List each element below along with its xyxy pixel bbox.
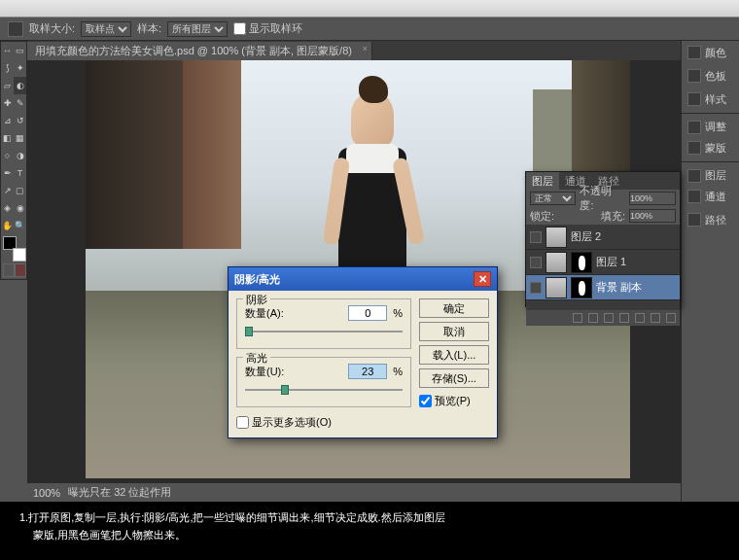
sample-size-label: 取样大小: [29, 21, 75, 36]
menubar[interactable] [0, 0, 739, 18]
lasso-tool[interactable]: ⟆ [1, 59, 14, 77]
tab-layers[interactable]: 图层 [526, 172, 559, 190]
move-tool[interactable]: ↔ [1, 42, 14, 59]
layer-mask-thumb[interactable] [571, 252, 592, 273]
close-tab-icon[interactable]: × [363, 44, 368, 53]
dialog-titlebar[interactable]: 阴影/高光 ✕ [229, 267, 497, 291]
heal-tool[interactable]: ✚ [1, 94, 14, 112]
highlights-amount-input[interactable] [348, 364, 387, 379]
link-icon[interactable] [573, 313, 582, 323]
panel-color[interactable]: 颜色 [682, 41, 739, 64]
eyedropper-tool-icon[interactable] [8, 21, 23, 37]
layer-thumb[interactable] [545, 277, 567, 298]
shape-tool[interactable]: ▢ [14, 182, 26, 199]
show-more-checkbox[interactable]: 显示更多选项(O) [236, 415, 411, 430]
panel-styles[interactable]: 样式 [682, 88, 739, 111]
zoom-level[interactable]: 100% [33, 487, 60, 499]
pen-tool[interactable]: ✒ [1, 164, 14, 182]
hand-tool[interactable]: ✋ [1, 217, 14, 234]
photoshop-window: 取样大小: 取样点 样本: 所有图层 显示取样环 ↔▭ ⟆✦ ▱◐ ✚✎ ⊿↺ … [0, 0, 739, 502]
new-layer-icon[interactable] [651, 313, 660, 323]
sample-size-select[interactable]: 取样点 [81, 21, 131, 37]
document-tabbar: 用填充颜色的方法给美女调色.psd @ 100% (背景 副本, 图层蒙版/8)… [27, 41, 681, 60]
lock-label: 锁定: [530, 209, 554, 224]
amount-a-label: 数量(A): [245, 306, 284, 321]
adj-icon[interactable] [619, 313, 629, 323]
panel-masks[interactable]: 蒙版 [682, 136, 739, 159]
layer-mask-thumb[interactable] [571, 277, 592, 298]
ok-button[interactable]: 确定 [419, 298, 489, 318]
save-button[interactable]: 存储(S)... [419, 368, 489, 388]
right-sidebar: 颜色 色板 样式 调整 蒙版 图层 通道 路径 [681, 41, 739, 502]
brush-tool[interactable]: ✎ [14, 94, 26, 112]
shadows-highlights-dialog: 阴影/高光 ✕ 阴影 数量(A):% 高光 数量(U):% 显示更多选项(O) … [228, 266, 498, 438]
highlights-legend: 高光 [243, 351, 270, 366]
fx-icon[interactable] [588, 313, 598, 323]
shadows-amount-input[interactable] [348, 305, 387, 321]
visibility-icon[interactable] [530, 231, 542, 243]
fill-input[interactable] [629, 209, 676, 223]
caption-line1: 1.打开原图,复制一层,执行:阴影/高光,把一些过曝的细节调出来,细节决定成败.… [19, 509, 720, 527]
history-brush-tool[interactable]: ↺ [14, 112, 26, 129]
visibility-icon[interactable] [530, 282, 542, 294]
wand-tool[interactable]: ✦ [14, 59, 26, 77]
blend-mode-select[interactable]: 正常 [530, 192, 576, 205]
marquee-tool[interactable]: ▭ [14, 42, 26, 59]
layer-thumb[interactable] [545, 227, 567, 248]
opacity-input[interactable] [629, 192, 676, 205]
load-button[interactable]: 载入(L)... [419, 345, 489, 365]
layer-row[interactable]: 图层 2 [526, 225, 680, 250]
panel-layers[interactable]: 图层 [682, 161, 739, 185]
layers-panel: 图层 通道 路径 正常 不透明度: 锁定: 填充: 图层 2 图层 1 背景 副… [525, 171, 681, 307]
layers-footer [526, 310, 680, 326]
status-bar: 100% 曝光只在 32 位起作用 [27, 482, 681, 502]
gradient-tool[interactable]: ▦ [14, 129, 26, 147]
panel-swatches[interactable]: 色板 [682, 64, 739, 88]
cancel-button[interactable]: 取消 [419, 322, 489, 341]
shadows-legend: 阴影 [243, 293, 270, 307]
path-tool[interactable]: ↗ [1, 182, 14, 199]
preview-checkbox[interactable]: 预览(P) [419, 394, 489, 408]
sample-select[interactable]: 所有图层 [167, 21, 228, 37]
layer-row[interactable]: 图层 1 [526, 250, 680, 275]
tutorial-caption: 1.打开原图,复制一层,执行:阴影/高光,把一些过曝的细节调出来,细节决定成败.… [0, 502, 739, 560]
fill-label: 填充: [601, 209, 625, 224]
sample-label: 样本: [137, 21, 161, 36]
type-tool[interactable]: T [14, 164, 26, 182]
mask-icon[interactable] [604, 313, 614, 323]
highlights-group: 高光 数量(U):% [236, 357, 411, 407]
panel-adjustments[interactable]: 调整 [682, 113, 739, 136]
status-message: 曝光只在 32 位起作用 [68, 485, 171, 500]
amount-u-label: 数量(U): [245, 365, 284, 379]
layer-thumb[interactable] [545, 252, 567, 273]
eyedropper-tool[interactable]: ◐ [14, 77, 26, 94]
zoom-tool[interactable]: 🔍 [14, 217, 26, 234]
shadows-group: 阴影 数量(A):% [236, 298, 411, 349]
color-wells[interactable] [3, 236, 26, 262]
caption-line2: 蒙版,用黑色画笔把人物擦出来。 [19, 527, 720, 544]
stamp-tool[interactable]: ⊿ [1, 112, 14, 129]
visibility-icon[interactable] [530, 257, 542, 268]
highlights-slider[interactable] [245, 383, 403, 397]
group-icon[interactable] [635, 313, 645, 323]
blur-tool[interactable]: ○ [1, 147, 14, 164]
toolbox: ↔▭ ⟆✦ ▱◐ ✚✎ ⊿↺ ◧▦ ○◑ ✒T ↗▢ ◈◉ ✋🔍 [0, 41, 27, 280]
background-color[interactable] [13, 248, 26, 262]
options-bar: 取样大小: 取样点 样本: 所有图层 显示取样环 [0, 18, 739, 41]
layer-row[interactable]: 背景 副本 [526, 275, 680, 300]
panel-channels[interactable]: 通道 [682, 185, 739, 208]
3d-cam-tool[interactable]: ◉ [14, 199, 26, 217]
trash-icon[interactable] [666, 313, 676, 323]
document-tab[interactable]: 用填充颜色的方法给美女调色.psd @ 100% (背景 副本, 图层蒙版/8)… [27, 42, 372, 60]
3d-tool[interactable]: ◈ [1, 199, 14, 217]
eraser-tool[interactable]: ◧ [1, 129, 14, 147]
crop-tool[interactable]: ▱ [1, 77, 14, 94]
quickmask-toggle[interactable] [3, 263, 26, 277]
close-button[interactable]: ✕ [474, 271, 491, 287]
dialog-title: 阴影/高光 [234, 272, 280, 287]
dodge-tool[interactable]: ◑ [14, 147, 26, 164]
layer-list: 图层 2 图层 1 背景 副本 [526, 225, 680, 310]
show-ring-checkbox[interactable]: 显示取样环 [233, 21, 302, 36]
shadows-slider[interactable] [245, 325, 403, 338]
panel-paths[interactable]: 路径 [682, 208, 739, 231]
